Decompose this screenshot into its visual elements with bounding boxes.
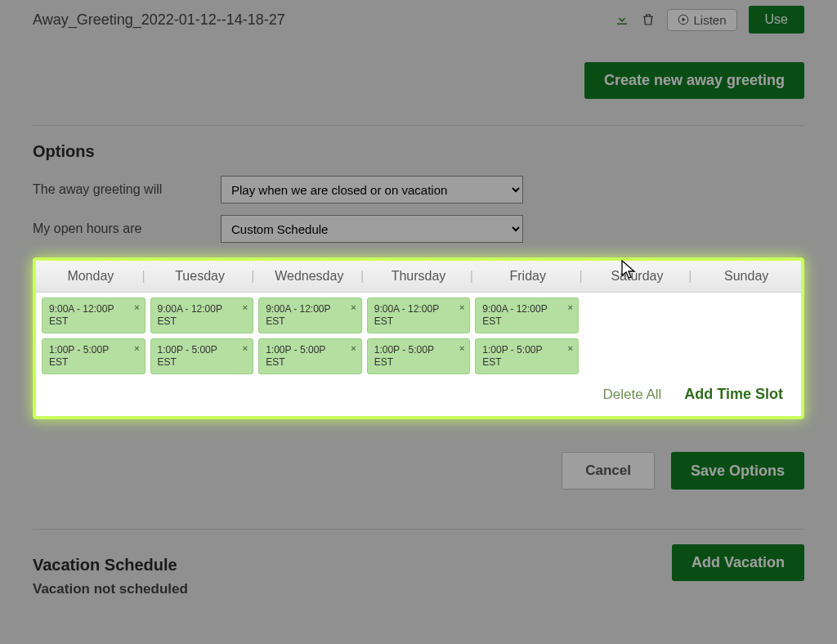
day-column-wednesday: 9:00A - 12:00PEST×1:00P - 5:00PEST× [256, 297, 365, 379]
away-greeting-play-select[interactable]: Play when we are closed or on vacation [221, 176, 523, 203]
vacation-heading: Vacation Schedule [33, 556, 188, 575]
day-column-thursday: 9:00A - 12:00PEST×1:00P - 5:00PEST× [365, 297, 473, 379]
create-new-greeting-button[interactable]: Create new away greeting [584, 62, 804, 99]
remove-slot-icon[interactable]: × [351, 302, 356, 314]
time-slot[interactable]: 9:00A - 12:00PEST× [475, 297, 579, 333]
remove-slot-icon[interactable]: × [351, 343, 356, 355]
day-column-tuesday: 9:00A - 12:00PEST×1:00P - 5:00PEST× [148, 297, 257, 379]
remove-slot-icon[interactable]: × [243, 343, 248, 355]
custom-schedule-panel: MondayTuesdayWednesdayThursdayFridaySatu… [33, 257, 804, 419]
options-heading: Options [33, 142, 804, 161]
option-label-open-hours: My open hours are [33, 221, 221, 236]
trash-icon[interactable] [641, 12, 656, 27]
listen-label: Listen [694, 13, 727, 27]
remove-slot-icon[interactable]: × [567, 302, 572, 314]
listen-button[interactable]: Listen [667, 9, 737, 31]
day-header-saturday[interactable]: Saturday [583, 261, 692, 292]
day-column-saturday [581, 297, 690, 379]
cancel-button[interactable]: Cancel [562, 452, 655, 490]
time-slot[interactable]: 1:00P - 5:00PEST× [42, 338, 145, 374]
time-slot[interactable]: 9:00A - 12:00PEST× [367, 297, 471, 333]
remove-slot-icon[interactable]: × [134, 302, 139, 314]
time-slot[interactable]: 1:00P - 5:00PEST× [258, 338, 362, 374]
option-label-play: The away greeting will [33, 182, 221, 197]
divider [33, 529, 804, 530]
day-header-sunday[interactable]: Sunday [692, 261, 801, 292]
day-header-wednesday[interactable]: Wednesday [254, 261, 364, 292]
time-slot[interactable]: 1:00P - 5:00PEST× [367, 338, 471, 374]
vacation-status: Vacation not scheduled [33, 581, 188, 597]
day-column-monday: 9:00A - 12:00PEST×1:00P - 5:00PEST× [39, 297, 148, 379]
use-button[interactable]: Use [749, 6, 804, 34]
remove-slot-icon[interactable]: × [459, 302, 464, 314]
add-time-slot-button[interactable]: Add Time Slot [684, 386, 783, 403]
time-slot[interactable]: 1:00P - 5:00PEST× [150, 338, 254, 374]
add-vacation-button[interactable]: Add Vacation [672, 544, 804, 581]
download-icon[interactable] [615, 12, 629, 27]
schedule-slots-grid: 9:00A - 12:00PEST×1:00P - 5:00PEST×9:00A… [36, 293, 801, 379]
time-slot[interactable]: 9:00A - 12:00PEST× [42, 297, 145, 333]
day-column-friday: 9:00A - 12:00PEST×1:00P - 5:00PEST× [472, 297, 581, 379]
remove-slot-icon[interactable]: × [567, 343, 572, 355]
day-header-friday[interactable]: Friday [473, 261, 583, 292]
remove-slot-icon[interactable]: × [134, 343, 139, 355]
schedule-days-header: MondayTuesdayWednesdayThursdayFridaySatu… [36, 261, 801, 293]
open-hours-select[interactable]: Custom Schedule [221, 215, 523, 243]
day-header-tuesday[interactable]: Tuesday [145, 261, 255, 292]
greeting-title: Away_Greeting_2022-01-12--14-18-27 [33, 11, 615, 29]
delete-all-button[interactable]: Delete All [602, 387, 661, 403]
divider [33, 125, 804, 126]
day-header-thursday[interactable]: Thursday [364, 261, 473, 292]
time-slot[interactable]: 1:00P - 5:00PEST× [475, 338, 579, 374]
remove-slot-icon[interactable]: × [459, 343, 464, 355]
time-slot[interactable]: 9:00A - 12:00PEST× [258, 297, 362, 333]
remove-slot-icon[interactable]: × [243, 302, 248, 314]
save-options-button[interactable]: Save Options [671, 452, 804, 490]
time-slot[interactable]: 9:00A - 12:00PEST× [150, 297, 254, 333]
day-column-sunday [689, 297, 798, 379]
day-header-monday[interactable]: Monday [36, 261, 145, 292]
